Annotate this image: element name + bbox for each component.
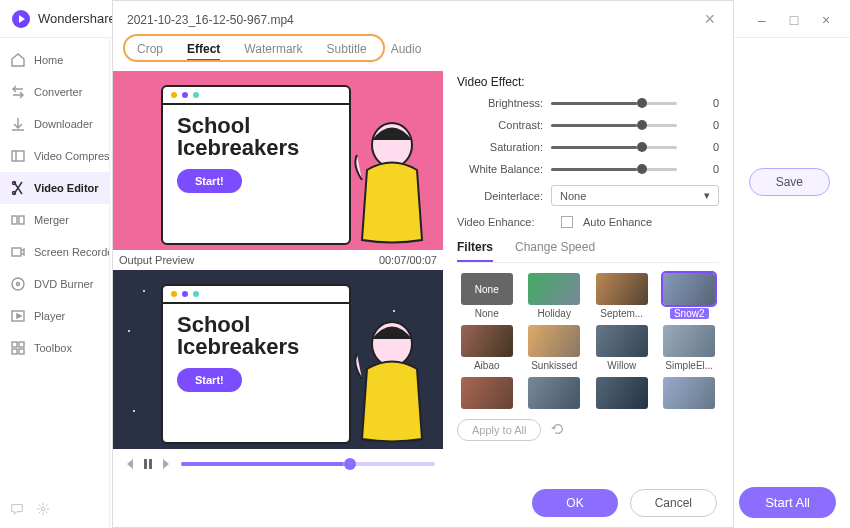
sidebar-item-home[interactable]: Home (0, 44, 109, 76)
apply-to-all-button[interactable]: Apply to All (457, 419, 541, 441)
brightness-label: Brightness: (457, 97, 543, 109)
svg-point-13 (41, 507, 45, 511)
auto-enhance-label: Auto Enhance (583, 216, 652, 228)
tab-crop[interactable]: Crop (137, 42, 163, 61)
saturation-label: Saturation: (457, 141, 543, 153)
filter-aibao[interactable]: Aibao (457, 325, 517, 371)
player-icon (10, 308, 26, 324)
home-icon (10, 52, 26, 68)
ok-button[interactable]: OK (532, 489, 617, 517)
window-controls-secondary: ≡ – □ × (716, 8, 840, 32)
svg-rect-16 (144, 459, 147, 469)
minimize-button[interactable]: – (748, 8, 776, 32)
svg-point-7 (17, 283, 20, 286)
svg-rect-4 (19, 216, 24, 224)
settings-icon[interactable] (36, 502, 50, 520)
sidebar-item-compress[interactable]: Video Compress (0, 140, 109, 172)
filter-holiday[interactable]: Holiday (525, 273, 585, 319)
filter-item[interactable] (457, 377, 517, 409)
preview-title-2: Icebreakers (177, 336, 335, 358)
preview-title-1: School (177, 115, 335, 137)
output-preview-label: Output Preview (119, 254, 194, 266)
filter-snow2[interactable]: Snow2 (660, 273, 720, 319)
enhance-label: Video Enhance: (457, 216, 543, 228)
sidebar-item-downloader[interactable]: Downloader (0, 108, 109, 140)
sidebar-item-video-editor[interactable]: Video Editor (0, 172, 109, 204)
prev-button[interactable] (121, 457, 135, 471)
filter-simpleel[interactable]: SimpleEl... (660, 325, 720, 371)
editor-icon (10, 180, 26, 196)
sidebar-item-label: DVD Burner (34, 278, 93, 290)
feedback-icon[interactable] (10, 502, 24, 520)
toolbox-icon (10, 340, 26, 356)
pause-button[interactable] (141, 457, 155, 471)
tab-watermark[interactable]: Watermark (244, 42, 302, 61)
sidebar-item-label: Toolbox (34, 342, 72, 354)
saturation-value: 0 (689, 141, 719, 153)
maximize-button[interactable]: □ (780, 8, 808, 32)
filter-willow[interactable]: Willow (592, 325, 652, 371)
sidebar-item-merger[interactable]: Merger (0, 204, 109, 236)
contrast-slider[interactable] (551, 124, 677, 127)
tab-audio[interactable]: Audio (391, 42, 422, 61)
chevron-down-icon: ▾ (704, 189, 710, 202)
svg-rect-17 (149, 459, 152, 469)
deinterlace-select[interactable]: None▾ (551, 185, 719, 206)
filter-grid: NoneNone Holiday Septem... Snow2 Aibao S… (457, 273, 719, 409)
filter-item[interactable] (660, 377, 720, 409)
preview-start-button: Start! (177, 368, 242, 392)
saturation-slider[interactable] (551, 146, 677, 149)
output-preview: School Icebreakers Start! (113, 270, 443, 449)
svg-point-6 (12, 278, 24, 290)
preview-start-button: Start! (177, 169, 242, 193)
sidebar-item-label: Home (34, 54, 63, 66)
preview-title-1: School (177, 314, 335, 336)
tab-subtitle[interactable]: Subtitle (327, 42, 367, 61)
editor-tabs: Crop Effect Watermark Subtitle Audio (127, 38, 719, 65)
preview-title-2: Icebreakers (177, 137, 335, 159)
filter-item[interactable] (525, 377, 585, 409)
contrast-label: Contrast: (457, 119, 543, 131)
tab-effect[interactable]: Effect (187, 42, 220, 61)
sidebar-item-recorder[interactable]: Screen Recorde (0, 236, 109, 268)
sidebar-item-dvd[interactable]: DVD Burner (0, 268, 109, 300)
download-icon (10, 116, 26, 132)
svg-rect-5 (12, 248, 21, 256)
refresh-icon[interactable] (551, 422, 565, 439)
filter-sunkissed[interactable]: Sunkissed (525, 325, 585, 371)
playback-controls (113, 449, 443, 479)
sidebar-item-label: Player (34, 310, 65, 322)
compress-icon (10, 148, 26, 164)
recorder-icon (10, 244, 26, 260)
subtab-speed[interactable]: Change Speed (515, 240, 595, 262)
app-logo (12, 10, 30, 28)
close-button[interactable]: × (812, 8, 840, 32)
sidebar-item-label: Video Editor (34, 182, 99, 194)
next-button[interactable] (161, 457, 175, 471)
filter-september[interactable]: Septem... (592, 273, 652, 319)
video-effect-title: Video Effect: (457, 75, 719, 89)
filter-item[interactable] (592, 377, 652, 409)
start-all-button[interactable]: Start All (739, 487, 836, 518)
white-balance-label: White Balance: (457, 163, 543, 175)
filter-none[interactable]: NoneNone (457, 273, 517, 319)
white-balance-value: 0 (689, 163, 719, 175)
sidebar-item-toolbox[interactable]: Toolbox (0, 332, 109, 364)
modal-close-button[interactable]: × (700, 9, 719, 30)
save-button[interactable]: Save (749, 168, 830, 196)
cancel-button[interactable]: Cancel (630, 489, 717, 517)
cartoon-person (347, 110, 437, 250)
svg-rect-3 (12, 216, 17, 224)
auto-enhance-checkbox[interactable] (561, 216, 573, 228)
deinterlace-label: Deinterlace: (457, 190, 543, 202)
sidebar-item-player[interactable]: Player (0, 300, 109, 332)
subtab-filters[interactable]: Filters (457, 240, 493, 262)
brightness-slider[interactable] (551, 102, 677, 105)
svg-rect-9 (12, 342, 17, 347)
dvd-icon (10, 276, 26, 292)
sidebar-item-label: Merger (34, 214, 69, 226)
white-balance-slider[interactable] (551, 168, 677, 171)
svg-rect-10 (19, 342, 24, 347)
timeline[interactable] (181, 462, 435, 466)
sidebar-item-converter[interactable]: Converter (0, 76, 109, 108)
